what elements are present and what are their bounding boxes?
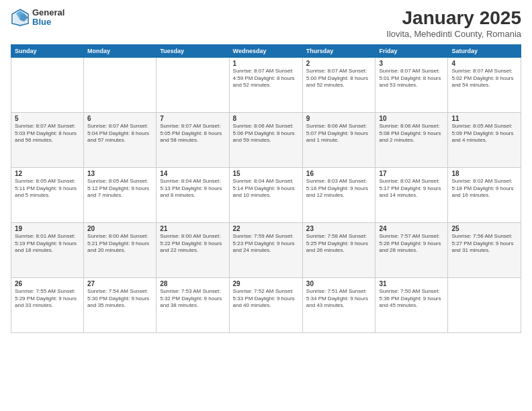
day-number: 6 <box>87 115 152 122</box>
table-row: 10Sunrise: 8:06 AM Sunset: 5:08 PM Dayli… <box>375 112 448 167</box>
day-number: 25 <box>451 225 517 232</box>
table-row: 25Sunrise: 7:56 AM Sunset: 5:27 PM Dayli… <box>448 222 521 277</box>
table-row: 14Sunrise: 8:04 AM Sunset: 5:13 PM Dayli… <box>157 167 229 222</box>
week-row-4: 26Sunrise: 7:55 AM Sunset: 5:29 PM Dayli… <box>11 277 521 332</box>
table-row: 18Sunrise: 8:02 AM Sunset: 5:18 PM Dayli… <box>448 167 521 222</box>
table-row: 8Sunrise: 8:06 AM Sunset: 5:06 PM Daylig… <box>229 112 302 167</box>
day-number: 11 <box>451 115 517 122</box>
day-info: Sunrise: 7:54 AM Sunset: 5:30 PM Dayligh… <box>87 288 152 310</box>
day-number: 28 <box>160 280 225 287</box>
day-number: 21 <box>160 225 225 232</box>
logo: General Blue <box>11 8 64 28</box>
table-row: 28Sunrise: 7:53 AM Sunset: 5:32 PM Dayli… <box>157 277 229 332</box>
day-number: 20 <box>87 225 152 232</box>
day-number: 29 <box>233 280 299 287</box>
table-row: 26Sunrise: 7:55 AM Sunset: 5:29 PM Dayli… <box>11 277 84 332</box>
day-info: Sunrise: 8:02 AM Sunset: 5:18 PM Dayligh… <box>451 178 517 199</box>
table-row: 7Sunrise: 8:07 AM Sunset: 5:05 PM Daylig… <box>157 112 229 167</box>
day-info: Sunrise: 8:05 AM Sunset: 5:12 PM Dayligh… <box>87 178 152 199</box>
day-info: Sunrise: 8:05 AM Sunset: 5:11 PM Dayligh… <box>15 178 80 199</box>
day-info: Sunrise: 8:06 AM Sunset: 5:06 PM Dayligh… <box>233 123 299 144</box>
week-row-3: 19Sunrise: 8:01 AM Sunset: 5:19 PM Dayli… <box>11 222 521 277</box>
table-row: 15Sunrise: 8:04 AM Sunset: 5:14 PM Dayli… <box>229 167 302 222</box>
day-info: Sunrise: 7:50 AM Sunset: 5:36 PM Dayligh… <box>379 288 444 310</box>
title-block: January 2025 Ilovita, Mehedinti County, … <box>386 8 521 39</box>
day-number: 16 <box>306 170 372 177</box>
day-number: 14 <box>160 170 225 177</box>
day-info: Sunrise: 8:03 AM Sunset: 5:16 PM Dayligh… <box>306 178 372 199</box>
table-row: 16Sunrise: 8:03 AM Sunset: 5:16 PM Dayli… <box>302 167 375 222</box>
table-row <box>448 277 521 332</box>
header-tuesday: Tuesday <box>157 44 229 57</box>
day-info: Sunrise: 8:04 AM Sunset: 5:14 PM Dayligh… <box>233 178 299 199</box>
table-row: 29Sunrise: 7:52 AM Sunset: 5:33 PM Dayli… <box>229 277 302 332</box>
day-number: 12 <box>15 170 80 177</box>
day-number: 7 <box>160 115 225 122</box>
header-sunday: Sunday <box>11 44 84 57</box>
day-info: Sunrise: 8:00 AM Sunset: 5:21 PM Dayligh… <box>87 233 152 255</box>
day-number: 5 <box>15 115 80 122</box>
day-info: Sunrise: 7:59 AM Sunset: 5:23 PM Dayligh… <box>233 233 299 255</box>
header-thursday: Thursday <box>302 44 375 57</box>
day-info: Sunrise: 8:07 AM Sunset: 4:59 PM Dayligh… <box>233 68 299 89</box>
day-number: 27 <box>87 280 152 287</box>
day-info: Sunrise: 8:05 AM Sunset: 5:09 PM Dayligh… <box>451 123 517 144</box>
table-row: 5Sunrise: 8:07 AM Sunset: 5:03 PM Daylig… <box>11 112 84 167</box>
table-row: 17Sunrise: 8:02 AM Sunset: 5:17 PM Dayli… <box>375 167 448 222</box>
logo-blue-text: Blue <box>32 17 64 27</box>
table-row: 2Sunrise: 8:07 AM Sunset: 5:00 PM Daylig… <box>302 57 375 112</box>
day-info: Sunrise: 7:58 AM Sunset: 5:25 PM Dayligh… <box>306 233 372 255</box>
table-row: 24Sunrise: 7:57 AM Sunset: 5:26 PM Dayli… <box>375 222 448 277</box>
day-number: 24 <box>379 225 444 232</box>
day-number: 8 <box>233 115 299 122</box>
day-number: 10 <box>379 115 444 122</box>
table-row: 23Sunrise: 7:58 AM Sunset: 5:25 PM Dayli… <box>302 222 375 277</box>
page: General Blue January 2025 Ilovita, Mehed… <box>0 0 532 411</box>
table-row: 12Sunrise: 8:05 AM Sunset: 5:11 PM Dayli… <box>11 167 84 222</box>
day-number: 19 <box>15 225 80 232</box>
day-info: Sunrise: 8:07 AM Sunset: 5:04 PM Dayligh… <box>87 123 152 144</box>
table-row: 22Sunrise: 7:59 AM Sunset: 5:23 PM Dayli… <box>229 222 302 277</box>
day-number: 3 <box>379 60 444 67</box>
day-info: Sunrise: 7:55 AM Sunset: 5:29 PM Dayligh… <box>15 288 80 310</box>
table-row: 31Sunrise: 7:50 AM Sunset: 5:36 PM Dayli… <box>375 277 448 332</box>
header-saturday: Saturday <box>448 44 521 57</box>
week-row-0: 1Sunrise: 8:07 AM Sunset: 4:59 PM Daylig… <box>11 57 521 112</box>
day-number: 13 <box>87 170 152 177</box>
day-info: Sunrise: 8:07 AM Sunset: 5:00 PM Dayligh… <box>306 68 372 89</box>
day-info: Sunrise: 7:51 AM Sunset: 5:34 PM Dayligh… <box>306 288 372 310</box>
day-number: 26 <box>15 280 80 287</box>
day-info: Sunrise: 8:01 AM Sunset: 5:19 PM Dayligh… <box>15 233 80 255</box>
day-info: Sunrise: 8:06 AM Sunset: 5:07 PM Dayligh… <box>306 123 372 144</box>
day-info: Sunrise: 7:56 AM Sunset: 5:27 PM Dayligh… <box>451 233 517 255</box>
table-row <box>11 57 84 112</box>
table-row: 21Sunrise: 8:00 AM Sunset: 5:22 PM Dayli… <box>157 222 229 277</box>
day-number: 22 <box>233 225 299 232</box>
header-friday: Friday <box>375 44 448 57</box>
logo-text: General Blue <box>32 8 64 28</box>
table-row: 27Sunrise: 7:54 AM Sunset: 5:30 PM Dayli… <box>84 277 157 332</box>
weekday-header-row: Sunday Monday Tuesday Wednesday Thursday… <box>11 44 521 57</box>
table-row: 9Sunrise: 8:06 AM Sunset: 5:07 PM Daylig… <box>302 112 375 167</box>
table-row: 3Sunrise: 8:07 AM Sunset: 5:01 PM Daylig… <box>375 57 448 112</box>
table-row <box>84 57 157 112</box>
header-wednesday: Wednesday <box>229 44 302 57</box>
header: General Blue January 2025 Ilovita, Mehed… <box>11 8 521 39</box>
day-info: Sunrise: 8:07 AM Sunset: 5:01 PM Dayligh… <box>379 68 444 89</box>
day-number: 30 <box>306 280 372 287</box>
day-number: 31 <box>379 280 444 287</box>
table-row: 6Sunrise: 8:07 AM Sunset: 5:04 PM Daylig… <box>84 112 157 167</box>
day-info: Sunrise: 8:00 AM Sunset: 5:22 PM Dayligh… <box>160 233 225 255</box>
header-monday: Monday <box>84 44 157 57</box>
table-row: 11Sunrise: 8:05 AM Sunset: 5:09 PM Dayli… <box>448 112 521 167</box>
calendar-table: Sunday Monday Tuesday Wednesday Thursday… <box>11 44 521 333</box>
day-info: Sunrise: 8:07 AM Sunset: 5:03 PM Dayligh… <box>15 123 80 144</box>
day-number: 4 <box>451 60 517 67</box>
week-row-1: 5Sunrise: 8:07 AM Sunset: 5:03 PM Daylig… <box>11 112 521 167</box>
day-number: 15 <box>233 170 299 177</box>
day-number: 1 <box>233 60 299 67</box>
week-row-2: 12Sunrise: 8:05 AM Sunset: 5:11 PM Dayli… <box>11 167 521 222</box>
table-row: 1Sunrise: 8:07 AM Sunset: 4:59 PM Daylig… <box>229 57 302 112</box>
day-info: Sunrise: 7:53 AM Sunset: 5:32 PM Dayligh… <box>160 288 225 310</box>
day-number: 2 <box>306 60 372 67</box>
